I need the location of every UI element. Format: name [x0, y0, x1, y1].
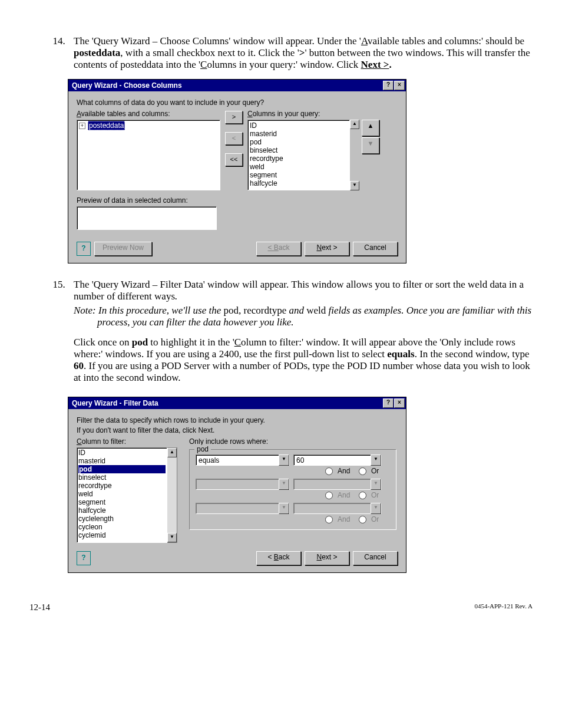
close-icon[interactable]: ×: [394, 81, 405, 90]
list-item[interactable]: ID: [78, 449, 166, 457]
radio-and[interactable]: [325, 467, 333, 475]
step-15: The 'Query Wizard – Filter Data' window …: [68, 279, 533, 573]
step15-text: The 'Query Wizard – Filter Data' window …: [74, 279, 524, 302]
move-buttons: > < <<: [225, 108, 243, 166]
add-column-button[interactable]: >: [225, 111, 243, 124]
column-filter-label: Column to filter:: [77, 437, 177, 446]
help-icon[interactable]: ?: [383, 81, 394, 90]
group-title: pod: [194, 445, 211, 453]
list-item[interactable]: cyclemid: [78, 531, 166, 539]
help-button[interactable]: ?: [77, 242, 91, 256]
back-button[interactable]: < Back: [256, 242, 301, 256]
instruction-list: The 'Query Wizard – Choose Columns' wind…: [29, 35, 533, 573]
step-14: The 'Query Wizard – Choose Columns' wind…: [68, 35, 533, 263]
chevron-down-icon[interactable]: ▼: [371, 454, 381, 466]
query-columns-list[interactable]: ID masterid pod binselect recordtype wel…: [247, 120, 350, 190]
scroll-down-icon[interactable]: ▼: [167, 533, 177, 542]
scroll-down-icon[interactable]: ▼: [350, 181, 359, 190]
next-button[interactable]: Next >: [305, 242, 349, 256]
radio-and: [325, 516, 333, 523]
andor-row-3: And Or: [196, 515, 388, 523]
list-item[interactable]: recordtype: [78, 482, 166, 490]
remove-column-button[interactable]: <: [225, 132, 243, 145]
scroll-up-icon[interactable]: ▲: [350, 120, 359, 129]
list-item-selected[interactable]: pod: [78, 465, 166, 473]
list-item[interactable]: ID: [250, 121, 348, 130]
column-filter-list[interactable]: ID masterid pod binselect recordtype wel…: [77, 447, 167, 543]
revision: 0454-APP-121 Rev. A: [474, 602, 533, 612]
step15-para2: Click once on pod to highlight it in the…: [74, 337, 533, 384]
dialog-title: Query Wizard - Choose Columns: [72, 81, 182, 90]
chevron-down-icon: ▼: [279, 479, 289, 490]
step14-text: The 'Query Wizard – Choose Columns' wind…: [74, 35, 530, 70]
condition-group: pod equals▼ 60▼ And Or ▼ ▼: [189, 449, 396, 530]
preview-label: Preview of data in selected column:: [77, 196, 398, 205]
next-button[interactable]: Next >: [305, 551, 349, 565]
filter-data-dialog: Query Wizard - Filter Data ? × Filter th…: [68, 397, 406, 573]
andor-row-2: And Or: [196, 491, 388, 499]
chevron-down-icon: ▼: [371, 479, 381, 490]
scroll-up-icon[interactable]: ▲: [167, 448, 177, 457]
move-up-button[interactable]: ▲: [362, 120, 379, 136]
value-input-1[interactable]: 60▼: [293, 454, 382, 466]
preview-now-button[interactable]: Preview Now: [94, 242, 152, 256]
list-item[interactable]: binselect: [250, 146, 348, 154]
value-input-2: ▼: [293, 479, 382, 490]
list-item[interactable]: recordtype: [250, 154, 348, 163]
list-item[interactable]: segment: [250, 171, 348, 179]
list-item[interactable]: binselect: [78, 473, 166, 482]
chevron-down-icon[interactable]: ▼: [279, 454, 289, 466]
tree-item-posteddata[interactable]: +posteddata: [79, 121, 218, 130]
radio-or: [359, 492, 366, 499]
move-down-button[interactable]: ▼: [362, 137, 379, 154]
operator-select-1[interactable]: equals▼: [196, 454, 290, 466]
list-item[interactable]: weld: [78, 490, 166, 498]
note-text: Note: In this procedure, we'll use the p…: [74, 305, 533, 328]
remove-all-button[interactable]: <<: [225, 153, 243, 166]
preview-box: [77, 206, 217, 230]
radio-or[interactable]: [359, 467, 366, 475]
list-item[interactable]: cyclelength: [78, 515, 166, 523]
list-item[interactable]: halfcycle: [250, 179, 348, 187]
back-button[interactable]: < Back: [256, 551, 301, 565]
prompt2: If you don't want to filter the data, cl…: [77, 426, 398, 434]
scrollbar[interactable]: ▲ ▼: [350, 120, 359, 190]
chevron-down-icon: ▼: [279, 503, 289, 514]
choose-columns-dialog: Query Wizard - Choose Columns ? × What c…: [68, 79, 406, 263]
radio-and: [325, 492, 333, 499]
page-number: 12-14: [29, 602, 50, 612]
prompt1: Filter the data to specify which rows to…: [77, 416, 398, 424]
help-button[interactable]: ?: [77, 551, 91, 565]
cancel-button[interactable]: Cancel: [353, 242, 398, 256]
andor-row-1[interactable]: And Or: [196, 467, 388, 475]
list-item[interactable]: pod: [250, 138, 348, 146]
close-icon[interactable]: ×: [394, 398, 405, 408]
list-item[interactable]: segment: [78, 498, 166, 506]
available-label: Available tables and columns:: [77, 110, 220, 118]
only-include-label: Only include rows where:: [189, 437, 396, 446]
columns-label: Columns in your query:: [247, 110, 379, 118]
help-icon[interactable]: ?: [383, 398, 394, 408]
titlebar: Query Wizard - Filter Data ? ×: [68, 397, 406, 409]
list-item[interactable]: weld: [250, 163, 348, 171]
operator-select-3: ▼: [196, 503, 290, 514]
dialog-title: Query Wizard - Filter Data: [72, 399, 158, 407]
page-footer: 12-14 0454-APP-121 Rev. A: [29, 602, 533, 612]
list-item[interactable]: masterid: [250, 130, 348, 138]
list-item[interactable]: masterid: [78, 457, 166, 465]
chevron-down-icon: ▼: [371, 503, 381, 514]
radio-or: [359, 516, 366, 523]
scrollbar[interactable]: ▲ ▼: [167, 447, 177, 543]
titlebar: Query Wizard - Choose Columns ? ×: [68, 80, 406, 91]
cancel-button[interactable]: Cancel: [353, 551, 398, 565]
list-item[interactable]: cycleon: [78, 523, 166, 531]
list-item[interactable]: halfcycle: [78, 506, 166, 515]
prompt-text: What columns of data do you want to incl…: [77, 98, 398, 107]
expand-icon[interactable]: +: [79, 123, 85, 129]
available-tables-list[interactable]: +posteddata: [77, 120, 220, 190]
operator-select-2: ▼: [196, 479, 290, 490]
value-input-3: ▼: [293, 503, 382, 514]
